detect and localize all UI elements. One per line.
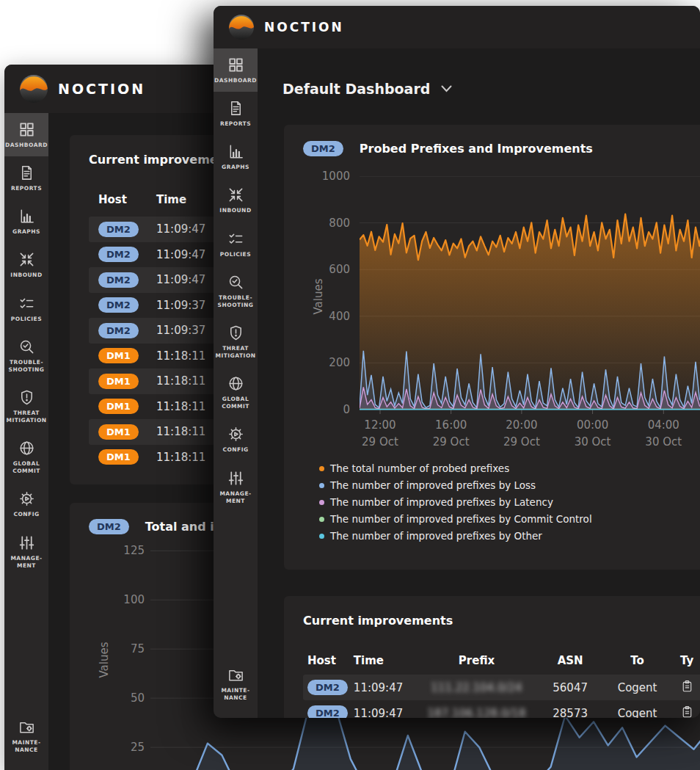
front-app-header: NOCTION — [214, 6, 700, 48]
brand-name: NOCTION — [264, 20, 344, 34]
sidebar-item[interactable]: REPORTS — [4, 156, 48, 200]
asn-cell: 56047 — [536, 681, 605, 694]
sidebar-item-label: THREAT MITIGATION — [215, 345, 255, 360]
legend-item[interactable]: The number of improved prefixes by Loss — [319, 479, 592, 491]
time-cell: 11:09:47 — [354, 707, 418, 719]
legend-dot — [319, 483, 324, 488]
noction-logo-icon — [228, 14, 255, 40]
sidebar-item[interactable]: MAINTE- NANCE — [4, 711, 48, 761]
sidebar-item-icon — [18, 121, 35, 138]
sidebar-item-icon — [18, 440, 35, 457]
sidebar-item-label: GLOBAL COMMIT — [222, 396, 249, 410]
host-badge: DM1 — [98, 424, 139, 440]
y-tick-label: 1000 — [322, 170, 350, 182]
host-badge: DM2 — [98, 272, 139, 288]
probed-prefixes-panel: DM2 Probed Prefixes and Improvements 100… — [284, 125, 700, 570]
sidebar-item[interactable]: GLOBAL COMMIT — [4, 432, 48, 482]
column-header-to: To — [605, 654, 670, 667]
sidebar-item-label: REPORTS — [11, 185, 42, 192]
sidebar-item[interactable]: TROUBLE- SHOOTING — [4, 330, 48, 381]
sidebar-item-label: GRAPHS — [222, 164, 249, 171]
probed-prefixes-chart — [360, 176, 700, 415]
front-main: Default Dashboard DM2 Probed Prefixes an… — [258, 48, 700, 718]
legend-dot — [319, 534, 324, 539]
back-sidebar: DASHBOARD REPORTS GRAPHS INBOUND — [4, 113, 48, 770]
sidebar-item[interactable]: CONFIG — [214, 418, 258, 461]
sidebar-item-icon — [18, 534, 35, 551]
sidebar-item-icon — [227, 470, 244, 487]
x-tick-label: 12:0029 Oct — [362, 417, 398, 451]
sidebar-item[interactable]: POLICIES — [4, 287, 48, 330]
dashboard-selector[interactable]: Default Dashboard — [282, 81, 452, 97]
host-badge: DM2 — [98, 222, 139, 237]
sidebar-item[interactable]: INBOUND — [214, 178, 258, 222]
sidebar-item-label: MANAGE- MENT — [10, 555, 42, 570]
legend-label: The number of improved prefixes by Other — [330, 530, 542, 542]
sidebar-item[interactable]: MANAGE- MENT — [4, 526, 48, 577]
column-header-prefix: Prefix — [418, 654, 535, 667]
y-tick-label: 600 — [329, 264, 350, 275]
sidebar-item[interactable]: REPORTS — [214, 92, 258, 135]
y-tick-label: 400 — [329, 310, 350, 322]
sidebar-item[interactable]: MAINTE- NANCE — [214, 658, 258, 709]
y-tick-label: 75 — [131, 642, 145, 656]
host-badge: DM2 — [307, 680, 348, 695]
sidebar-item[interactable]: THREAT MITIGATION — [214, 316, 258, 367]
sidebar-item[interactable]: DASHBOARD — [4, 113, 48, 156]
sidebar-item[interactable]: GLOBAL COMMIT — [214, 367, 258, 418]
host-badge: DM2 — [98, 297, 139, 313]
legend-label: The number of improved prefixes by Laten… — [330, 496, 553, 508]
sidebar-item[interactable]: INBOUND — [4, 243, 48, 286]
sidebar-item-label: DASHBOARD — [5, 142, 48, 149]
to-cell: Cogent — [605, 707, 670, 719]
legend-item[interactable]: The number of improved prefixes by Other — [319, 530, 592, 542]
sidebar-item[interactable]: MANAGE- MENT — [214, 462, 258, 512]
legend-item[interactable]: The number of improved prefixes by Commi… — [319, 513, 592, 525]
y-tick-label: 200 — [329, 357, 350, 368]
sidebar-item[interactable]: TROUBLE- SHOOTING — [214, 266, 258, 316]
table-row[interactable]: DM2 11:09:47 187.106.128.0/18 28573 Coge… — [303, 700, 700, 718]
sidebar-item-label: TROUBLE- SHOOTING — [9, 359, 45, 374]
table-row[interactable]: DM2 11:09:47 111.22.104.0/24 56047 Cogen… — [303, 675, 700, 700]
time-cell: 11:09:47 — [354, 681, 418, 694]
legend-item[interactable]: The total number of probed prefixes — [319, 462, 592, 474]
host-badge: DM1 — [98, 348, 139, 363]
legend-item[interactable]: The number of improved prefixes by Laten… — [319, 496, 592, 508]
chart-legend: The total number of probed prefixes The … — [319, 462, 592, 542]
y-tick-label: 50 — [131, 691, 145, 705]
y-axis-title: Values — [312, 278, 325, 314]
column-header-time: Time — [354, 654, 418, 667]
prefix-cell-blurred: 111.22.104.0/24 — [431, 681, 522, 694]
legend-label: The number of improved prefixes by Loss — [330, 479, 536, 491]
sidebar-item-icon — [18, 295, 35, 312]
sidebar-item-label: POLICIES — [220, 251, 251, 258]
sidebar-item[interactable]: CONFIG — [4, 482, 48, 526]
host-badge: DM2 — [98, 247, 139, 262]
host-badge: DM2 — [307, 705, 348, 718]
table-header-row: Host Time Prefix ASN To Ty — [303, 651, 700, 670]
sidebar-item[interactable]: POLICIES — [214, 222, 258, 266]
sidebar-item-label: GRAPHS — [12, 228, 40, 236]
sidebar-item-label: CONFIG — [13, 511, 39, 518]
sidebar-item-label: INBOUND — [10, 272, 42, 279]
sidebar-item-icon — [227, 186, 244, 203]
panel-title: Current improvements — [303, 614, 700, 628]
sidebar-item-label: MANAGE- MENT — [219, 490, 251, 505]
y-tick-label: 125 — [123, 543, 145, 558]
sidebar-item-label: REPORTS — [220, 120, 251, 128]
y-tick-label: 100 — [123, 592, 145, 607]
chevron-down-icon[interactable] — [441, 85, 452, 92]
sidebar-item-icon — [227, 324, 244, 341]
sidebar-item[interactable]: DASHBOARD — [214, 48, 258, 92]
sidebar-item-label: THREAT MITIGATION — [6, 410, 46, 424]
y-tick-label: 800 — [329, 217, 350, 229]
legend-dot — [319, 500, 324, 505]
sidebar-item[interactable]: GRAPHS — [4, 200, 48, 243]
sidebar-item[interactable]: GRAPHS — [214, 135, 258, 178]
sidebar-item-icon — [227, 100, 244, 117]
sidebar-item-label: MAINTE- NANCE — [12, 739, 40, 754]
sidebar-item-icon — [18, 208, 35, 225]
legend-dot — [319, 517, 324, 522]
sidebar-item[interactable]: THREAT MITIGATION — [4, 381, 48, 432]
sidebar-item-icon — [227, 57, 244, 73]
